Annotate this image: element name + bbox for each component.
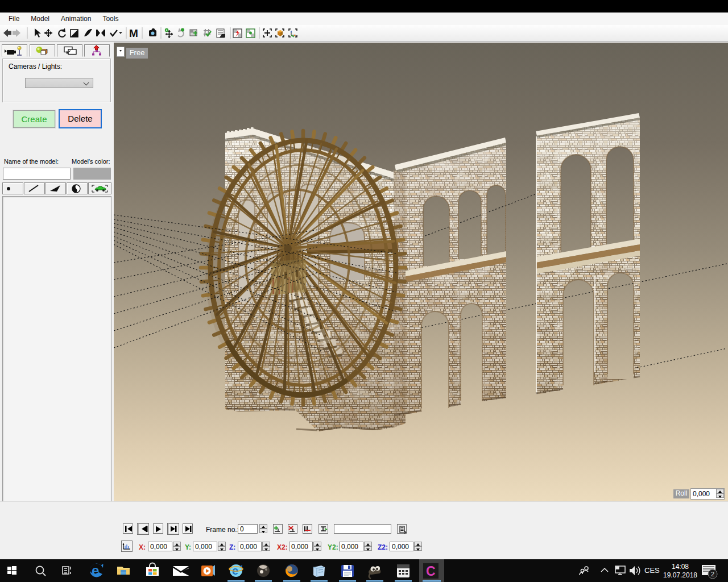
svg-text:14:08: 14:08 <box>672 563 689 571</box>
svg-text:e: e <box>92 563 99 578</box>
svg-text:2: 2 <box>711 571 714 577</box>
svg-text:M: M <box>129 27 138 39</box>
svg-text:19.07.2018: 19.07.2018 <box>663 571 697 579</box>
svg-text:C: C <box>426 564 436 579</box>
svg-text:CES: CES <box>644 566 660 575</box>
